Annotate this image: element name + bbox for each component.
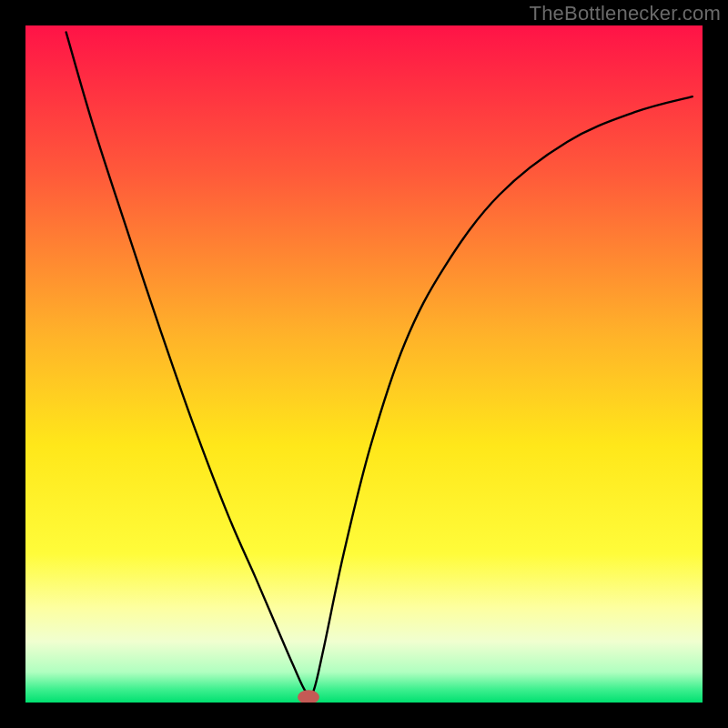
chart-frame: TheBottlenecker.com xyxy=(0,0,728,728)
bottleneck-chart xyxy=(25,25,703,703)
gradient-background xyxy=(25,25,703,703)
attribution-label: TheBottlenecker.com xyxy=(530,2,721,25)
